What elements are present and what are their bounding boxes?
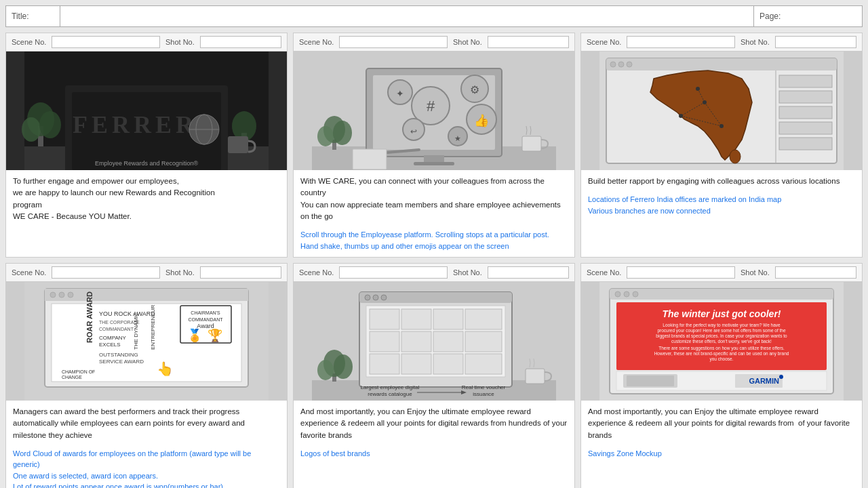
svg-rect-101 <box>370 309 399 329</box>
svg-point-10 <box>22 117 41 142</box>
shot-field-2[interactable] <box>488 36 569 48</box>
svg-rect-48 <box>779 75 832 87</box>
card-6-text: And most importantly, you can Enjoy the … <box>581 401 862 447</box>
card-2: Scene No. Shot No. <box>293 33 575 258</box>
svg-rect-106 <box>401 331 431 352</box>
card-6-header: Scene No. Shot No. <box>581 264 862 282</box>
svg-text:OUTSTANDING: OUTSTANDING <box>99 352 138 358</box>
svg-text:🏆: 🏆 <box>208 328 223 343</box>
svg-rect-49 <box>779 91 832 103</box>
svg-text:However, these are not brand-s: However, these are not brand-specific an… <box>654 351 789 357</box>
scene-label-6: Scene No. <box>587 268 621 277</box>
svg-text:#: # <box>427 98 435 115</box>
shot-field-1[interactable] <box>200 36 281 48</box>
svg-text:COMMANDANT: COMMANDANT <box>189 317 224 322</box>
scene-field-1[interactable] <box>52 36 160 48</box>
svg-rect-111 <box>433 354 463 374</box>
card-5-header: Scene No. Shot No. <box>294 264 574 282</box>
svg-rect-102 <box>401 309 431 329</box>
shot-label-6: Shot No. <box>741 268 770 277</box>
card-6-image: The winter just got cooler! Looking for … <box>581 282 862 401</box>
svg-rect-21 <box>414 162 454 165</box>
svg-text:There are some suggestions on : There are some suggestions on how you ca… <box>658 346 785 351</box>
card-1-image: FERRERO <box>6 52 287 170</box>
social-svg: # ⚙ ✦ 👍 ↩ ★ <box>294 52 574 170</box>
svg-text:CHAMPION OF: CHAMPION OF <box>62 369 95 374</box>
svg-text:Looking for the perfect way to: Looking for the perfect way to motivate … <box>663 323 781 328</box>
svg-point-67 <box>68 292 73 298</box>
svg-point-98 <box>373 295 378 300</box>
shot-field-5[interactable] <box>488 266 569 279</box>
shot-label-1: Shot No. <box>165 38 195 46</box>
svg-rect-94 <box>526 369 545 384</box>
svg-rect-64 <box>45 289 248 301</box>
svg-text:CHANGE: CHANGE <box>62 375 82 380</box>
svg-rect-103 <box>433 309 463 329</box>
svg-rect-40 <box>353 149 387 169</box>
page: Title: Page: Scene No. Shot No. <box>0 0 868 488</box>
svg-text:Largest employee digital: Largest employee digital <box>361 384 420 390</box>
card-4: Scene No. Shot No. <box>5 263 288 488</box>
awards-svg: ROAR AWARD YOU ROCK AWARD THE CORPORATE … <box>6 282 287 401</box>
svg-rect-43 <box>606 58 837 70</box>
card-1-header: Scene No. Shot No. <box>6 33 287 52</box>
svg-text:YOU ROCK AWARD: YOU ROCK AWARD <box>99 310 155 317</box>
svg-point-11 <box>39 111 61 138</box>
svg-text:biggest brands at special pric: biggest brands at special prices. In cas… <box>656 333 787 339</box>
svg-point-123 <box>624 291 629 297</box>
card-5: Scene No. Shot No. <box>293 263 575 488</box>
shot-field-6[interactable] <box>775 266 856 279</box>
scene-field-4[interactable] <box>52 266 160 279</box>
svg-rect-50 <box>779 106 832 119</box>
card-grid: Scene No. Shot No. <box>5 33 863 488</box>
svg-rect-109 <box>370 354 399 374</box>
svg-text:procured your coupon! Here are: procured your coupon! Here are some hot … <box>657 328 786 333</box>
card-5-annotation: Logos of best brands <box>294 447 574 465</box>
svg-text:SERVICE AWARD: SERVICE AWARD <box>99 359 144 365</box>
svg-point-44 <box>610 62 616 67</box>
svg-point-46 <box>627 62 632 67</box>
svg-point-97 <box>365 295 370 300</box>
svg-rect-52 <box>779 138 832 150</box>
svg-text:👍: 👍 <box>474 113 490 128</box>
svg-text:↩: ↩ <box>410 127 417 136</box>
card-3: Scene No. Shot No. <box>580 33 863 258</box>
svg-point-137 <box>779 375 783 379</box>
card-3-text: Build better rapport by engaging with co… <box>581 170 862 192</box>
map-svg <box>581 52 862 170</box>
svg-rect-105 <box>370 331 399 352</box>
scene-field-3[interactable] <box>627 36 735 48</box>
shot-label-2: Shot No. <box>453 38 482 46</box>
card-2-annotation: Scroll through the Employease platform. … <box>294 228 574 257</box>
scene-field-5[interactable] <box>339 266 448 279</box>
svg-rect-14 <box>228 136 248 153</box>
title-bar: Title: Page: <box>5 5 863 27</box>
svg-text:you choose.: you choose. <box>709 357 733 362</box>
scene-label-3: Scene No. <box>587 38 621 46</box>
scene-label-5: Scene No. <box>299 268 334 277</box>
ferrero-image: FERRERO <box>6 52 287 170</box>
scene-field-6[interactable] <box>627 266 735 279</box>
scene-field-2[interactable] <box>339 36 448 48</box>
svg-point-24 <box>317 126 334 146</box>
svg-text:EXCELS: EXCELS <box>99 342 121 348</box>
card-3-image <box>581 52 862 170</box>
svg-point-45 <box>618 62 624 67</box>
svg-point-99 <box>381 295 387 300</box>
svg-text:✦: ✦ <box>396 88 404 99</box>
shot-field-4[interactable] <box>200 266 281 279</box>
scene-label-4: Scene No. <box>12 268 46 277</box>
svg-point-25 <box>333 121 352 145</box>
card-5-image: Largest employee digital rewards catalog… <box>294 282 574 401</box>
svg-point-122 <box>615 291 620 297</box>
svg-rect-108 <box>465 331 502 352</box>
card-4-header: Scene No. Shot No. <box>6 264 287 282</box>
title-input[interactable] <box>60 6 753 26</box>
page-label: Page: <box>753 6 808 26</box>
svg-point-53 <box>730 150 741 163</box>
svg-rect-51 <box>779 122 832 134</box>
svg-rect-110 <box>401 354 431 374</box>
card-2-header: Scene No. Shot No. <box>294 33 574 52</box>
shot-field-3[interactable] <box>775 36 856 48</box>
card-6-annotation: Savings Zone Mockup <box>581 447 862 465</box>
